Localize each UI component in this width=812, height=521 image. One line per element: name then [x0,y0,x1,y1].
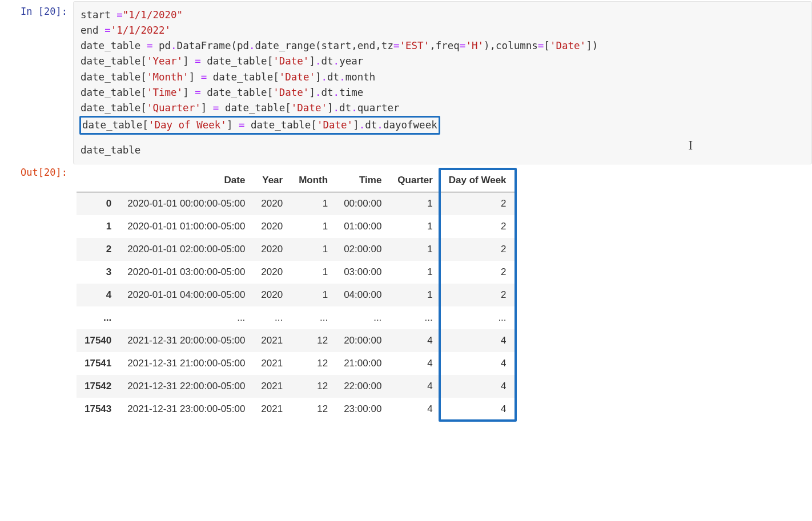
col-day-of-week: Day of Week [441,169,514,192]
cell-day-of-week: 2 [441,215,514,238]
cell-month: 12 [291,398,336,421]
cell-month: 1 [291,238,336,261]
in-prompt: In [20]: [0,1,73,17]
cell-time: 23:00:00 [336,398,389,421]
row-index: 4 [77,284,119,306]
code-text[interactable]: start ="1/1/2020" end ='1/1/2022' date_t… [81,7,805,158]
cell-year: 2021 [253,375,291,398]
cell-quarter: 1 [389,238,440,261]
cell-month: 12 [291,329,336,352]
cell-quarter: 4 [389,375,440,398]
table-row: 42020-01-01 04:00:00-05:002020104:00:001… [77,284,514,306]
table-row: ..................... [77,306,514,329]
cell-quarter: 4 [389,398,440,421]
cell-day-of-week: 2 [441,192,514,216]
col-year: Year [253,169,291,192]
cell-quarter: 1 [389,284,440,306]
cell-day-of-week: 4 [441,352,514,375]
table-row: 22020-01-01 02:00:00-05:002020102:00:001… [77,238,514,261]
cell-year: 2020 [253,215,291,238]
row-index: 0 [77,192,119,216]
cell-quarter: 1 [389,192,440,216]
table-row: 175432021-12-31 23:00:00-05:0020211223:0… [77,398,514,421]
cell-day-of-week: 2 [441,261,514,284]
cell-time: 02:00:00 [336,238,389,261]
cell-day-of-week: ... [441,306,514,329]
cell-month: 12 [291,375,336,398]
cell-quarter: 4 [389,352,440,375]
cell-month: 12 [291,352,336,375]
cell-year: 2021 [253,329,291,352]
table-row: 32020-01-01 03:00:00-05:002020103:00:001… [77,261,514,284]
row-index: 17540 [77,329,119,352]
cell-year: 2021 [253,398,291,421]
cell-date: 2020-01-01 00:00:00-05:00 [119,192,253,216]
table-row: 12020-01-01 01:00:00-05:002020101:00:001… [77,215,514,238]
col-month: Month [291,169,336,192]
table-header-row: DateYearMonthTimeQuarterDay of Week [77,169,514,192]
cell-month: 1 [291,261,336,284]
text-cursor-icon: I [688,135,692,156]
row-index: 3 [77,261,119,284]
cell-date: 2021-12-31 23:00:00-05:00 [119,398,253,421]
cell-date: 2021-12-31 22:00:00-05:00 [119,375,253,398]
row-index: 17543 [77,398,119,421]
cell-time: 21:00:00 [336,352,389,375]
cell-time: 20:00:00 [336,329,389,352]
cell-day-of-week: 4 [441,398,514,421]
input-cell: In [20]: start ="1/1/2020" end ='1/1/202… [0,0,812,165]
col-quarter: Quarter [389,169,440,192]
cell-month: 1 [291,284,336,306]
cell-year: ... [253,306,291,329]
output-area: DateYearMonthTimeQuarterDay of Week 0202… [73,167,812,423]
cell-date: 2020-01-01 01:00:00-05:00 [119,215,253,238]
cell-year: 2020 [253,261,291,284]
cell-time: 00:00:00 [336,192,389,216]
row-index: 17542 [77,375,119,398]
col-time: Time [336,169,389,192]
cell-time: 04:00:00 [336,284,389,306]
table-row: 175422021-12-31 22:00:00-05:0020211222:0… [77,375,514,398]
col-index [77,169,119,192]
cell-date: 2020-01-01 04:00:00-05:00 [119,284,253,306]
cell-date: 2021-12-31 21:00:00-05:00 [119,352,253,375]
cell-quarter: 4 [389,329,440,352]
code-editor[interactable]: start ="1/1/2020" end ='1/1/2022' date_t… [73,1,812,164]
col-date: Date [119,169,253,192]
cell-day-of-week: 4 [441,329,514,352]
table-row: 02020-01-01 00:00:00-05:002020100:00:001… [77,192,514,216]
cell-date: 2021-12-31 20:00:00-05:00 [119,329,253,352]
cell-date: 2020-01-01 03:00:00-05:00 [119,261,253,284]
row-index: 1 [77,215,119,238]
table-row: 175402021-12-31 20:00:00-05:0020211220:0… [77,329,514,352]
out-prompt: Out[20]: [0,167,73,178]
cell-time: 01:00:00 [336,215,389,238]
cell-year: 2021 [253,352,291,375]
cell-quarter: 1 [389,261,440,284]
cell-date: 2020-01-01 02:00:00-05:00 [119,238,253,261]
cell-month: 1 [291,192,336,216]
output-cell: Out[20]: DateYearMonthTimeQuarterDay of … [0,165,812,425]
cell-month: ... [291,306,336,329]
cell-year: 2020 [253,238,291,261]
dataframe-table: DateYearMonthTimeQuarterDay of Week 0202… [77,169,514,421]
cell-day-of-week: 2 [441,284,514,306]
cell-year: 2020 [253,192,291,216]
row-index: 2 [77,238,119,261]
cell-month: 1 [291,215,336,238]
cell-quarter: ... [389,306,440,329]
row-index: 17541 [77,352,119,375]
row-index: ... [77,306,119,329]
highlighted-line: date_table['Day of Week'] = date_table['… [79,116,440,135]
cell-time: 22:00:00 [336,375,389,398]
cell-quarter: 1 [389,215,440,238]
cell-year: 2020 [253,284,291,306]
cell-time: 03:00:00 [336,261,389,284]
table-row: 175412021-12-31 21:00:00-05:0020211221:0… [77,352,514,375]
cell-day-of-week: 2 [441,238,514,261]
cell-day-of-week: 4 [441,375,514,398]
cell-date: ... [119,306,253,329]
cell-time: ... [336,306,389,329]
